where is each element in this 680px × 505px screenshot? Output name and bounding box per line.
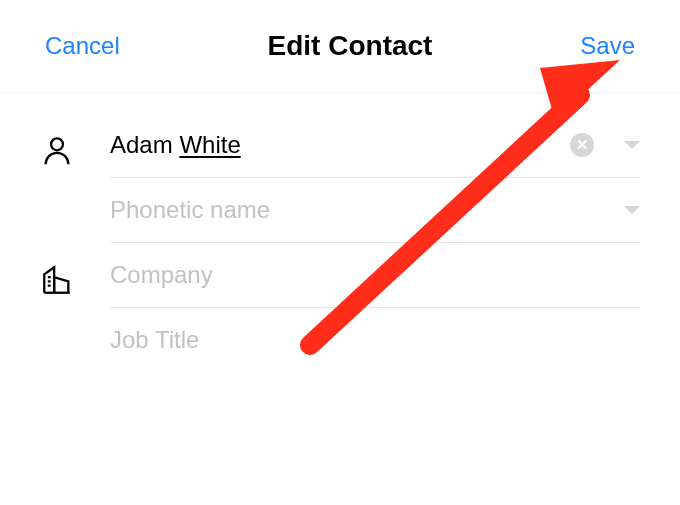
phonetic-name-input[interactable] — [110, 196, 624, 224]
name-section: Adam White ✕ — [40, 113, 640, 243]
name-last: White — [179, 131, 240, 158]
name-input[interactable]: Adam White — [110, 131, 570, 159]
name-first: Adam — [110, 131, 173, 158]
header-bar: Cancel Edit Contact Save — [0, 0, 680, 93]
form-content: Adam White ✕ — [0, 93, 680, 372]
close-icon: ✕ — [576, 136, 589, 154]
company-input[interactable] — [110, 261, 640, 289]
job-title-field-row — [110, 308, 640, 372]
cancel-button[interactable]: Cancel — [45, 32, 120, 60]
save-button[interactable]: Save — [580, 32, 635, 60]
job-title-input[interactable] — [110, 326, 640, 354]
chevron-down-icon[interactable] — [624, 141, 640, 149]
person-icon — [40, 113, 110, 171]
page-title: Edit Contact — [268, 30, 433, 62]
clear-name-button[interactable]: ✕ — [570, 133, 594, 157]
chevron-down-icon[interactable] — [624, 206, 640, 214]
name-field-row: Adam White ✕ — [110, 113, 640, 178]
company-field-row — [110, 243, 640, 308]
company-icon — [40, 243, 110, 301]
svg-point-0 — [51, 138, 63, 150]
company-section — [40, 243, 640, 372]
phonetic-field-row — [110, 178, 640, 243]
